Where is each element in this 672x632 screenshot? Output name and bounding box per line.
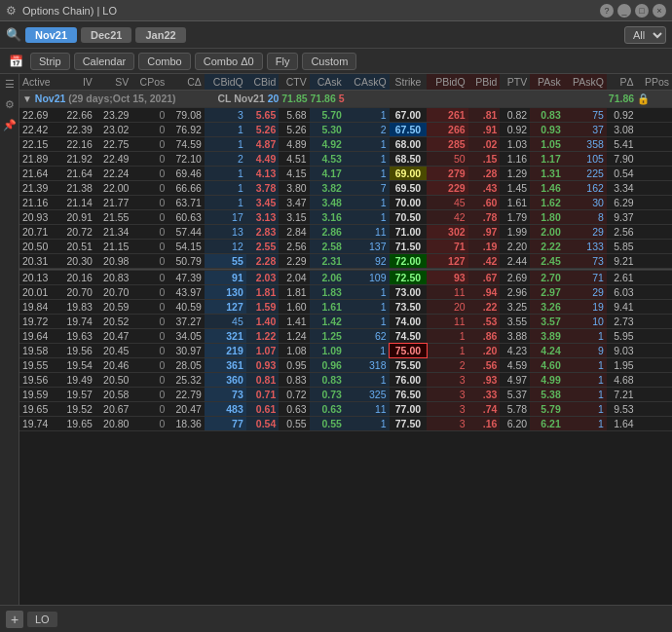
table-row[interactable]: 20.50 20.51 21.15 0 54.15 12 2.55 2.56 2… (19, 240, 672, 254)
cell-cask: 1.42 (310, 315, 345, 329)
cell-cask: 0.83 (310, 373, 345, 388)
table-row[interactable]: 22.42 22.39 23.02 0 76.92 1 5.26 5.26 5.… (19, 123, 672, 137)
cell-cbidq: 321 (205, 329, 246, 344)
col-ppos: PPos (637, 74, 672, 91)
cell-strike[interactable]: 67.50 (390, 123, 428, 137)
cell-strike[interactable]: 70.00 (390, 196, 428, 210)
tab-jan22[interactable]: Jan22 (135, 27, 185, 43)
add-tab-button[interactable]: + (6, 611, 23, 628)
table-row[interactable]: 20.01 20.70 20.70 0 43.97 130 1.81 1.81 … (19, 285, 672, 300)
table-row[interactable]: 20.31 20.30 20.98 0 50.79 55 2.28 2.29 2… (19, 254, 672, 269)
cell-iv: 21.92 (58, 152, 95, 167)
cell-strike[interactable]: 76.50 (390, 388, 428, 402)
table-row[interactable]: 21.89 21.92 22.49 0 72.10 2 4.49 4.51 4.… (19, 152, 672, 167)
cell-paskq: 358 (564, 137, 607, 152)
table-row[interactable]: 19.55 19.54 20.46 0 28.05 361 0.93 0.95 … (19, 358, 672, 373)
cell-paskq: 19 (564, 300, 607, 315)
close-button[interactable]: × (653, 4, 666, 18)
cell-sv: 22.49 (95, 152, 132, 167)
cell-strike[interactable]: 72.50 (390, 271, 428, 285)
menu-icon[interactable]: ☰ (5, 78, 15, 91)
cell-ppos (637, 271, 672, 285)
cell-active: 19.74 (19, 417, 58, 431)
table-row[interactable]: 21.16 21.14 21.77 0 63.71 1 3.45 3.47 3.… (19, 196, 672, 210)
cell-strike[interactable]: 70.50 (390, 210, 428, 225)
cell-ctv: 3.80 (279, 181, 309, 196)
cell-cbid: 0.71 (246, 388, 279, 402)
fly-button[interactable]: Fly (267, 53, 299, 70)
cell-strike[interactable]: 77.50 (390, 417, 428, 431)
cell-strike[interactable]: 68.00 (390, 137, 428, 152)
help-button[interactable]: ? (600, 4, 614, 18)
table-scroll[interactable]: Active IV SV CPos CΔ CBidQ CBid CTV CAsk… (19, 74, 672, 605)
pin-icon[interactable]: 📌 (3, 119, 17, 131)
table-row[interactable]: 19.59 19.57 20.58 0 22.79 73 0.71 0.72 0… (19, 388, 672, 402)
table-row[interactable]: 19.84 19.83 20.59 0 40.59 127 1.59 1.60 … (19, 300, 672, 315)
cell-strike[interactable]: 76.00 (390, 373, 428, 388)
cell-pbidq: 229 (427, 181, 467, 196)
cell-strike[interactable]: 69.50 (390, 181, 428, 196)
cell-pask: 4.24 (530, 344, 564, 358)
cell-caskq: 1 (345, 210, 390, 225)
cell-pask: 2.00 (530, 225, 564, 240)
combo-button[interactable]: Combo (138, 53, 190, 70)
cell-sv: 21.15 (95, 240, 132, 254)
table-row[interactable]: 19.74 19.65 20.80 0 18.36 77 0.54 0.55 0… (19, 417, 672, 431)
table-row[interactable]: 19.56 19.49 20.50 0 25.32 360 0.81 0.83 … (19, 373, 672, 388)
cell-ptv: 2.96 (500, 285, 530, 300)
table-row[interactable]: 19.72 19.74 20.52 0 37.27 45 1.40 1.41 1… (19, 315, 672, 329)
cell-strike[interactable]: 75.50 (390, 358, 428, 373)
cell-cbid: 4.87 (246, 137, 279, 152)
cell-pbidq: 3 (427, 417, 467, 431)
bottom-tab-label[interactable]: LO (27, 612, 57, 627)
cell-strike[interactable]: 72.00 (390, 254, 428, 269)
calendar-button[interactable]: Calendar (74, 53, 135, 70)
custom-button[interactable]: Custom (302, 53, 356, 70)
cell-paskq: 37 (564, 123, 607, 137)
table-row[interactable]: 20.13 20.16 20.83 0 47.39 91 2.03 2.04 2… (19, 271, 672, 285)
minimize-button[interactable]: _ (617, 4, 631, 18)
cell-strike[interactable]: 74.50 (390, 329, 428, 344)
cell-strike[interactable]: 69.00 (390, 167, 428, 181)
table-row[interactable]: 22.69 22.66 23.29 0 79.08 3 5.65 5.68 5.… (19, 108, 672, 123)
table-row[interactable]: 20.71 20.72 21.34 0 57.44 13 2.83 2.84 2… (19, 225, 672, 240)
strip-button[interactable]: Strip (30, 53, 70, 70)
cell-strike[interactable]: 71.00 (390, 225, 428, 240)
tab-dec21[interactable]: Dec21 (81, 27, 131, 43)
cell-ppos (637, 373, 672, 388)
tab-nov21[interactable]: Nov21 (25, 27, 77, 43)
table-row[interactable]: 21.64 21.64 22.24 0 69.46 1 4.13 4.15 4.… (19, 167, 672, 181)
cell-ppos (637, 108, 672, 123)
cell-ctv: 4.51 (279, 152, 309, 167)
settings-icon[interactable]: ⚙ (5, 98, 15, 111)
cell-cd: 18.36 (168, 417, 205, 431)
cell-caskq: 137 (345, 240, 390, 254)
cell-strike[interactable]: 73.00 (390, 285, 428, 300)
filter-select[interactable]: All (624, 26, 666, 44)
cell-iv: 20.70 (58, 285, 95, 300)
combo-delta-button[interactable]: Combo Δ0 (195, 53, 263, 70)
table-row[interactable]: 20.93 20.91 21.55 0 60.63 17 3.13 3.15 3… (19, 210, 672, 225)
table-row[interactable]: 19.65 19.52 20.67 0 20.47 483 0.61 0.63 … (19, 402, 672, 417)
table-row[interactable]: 19.64 19.63 20.47 0 34.05 321 1.22 1.24 … (19, 329, 672, 344)
cell-strike[interactable]: 71.50 (390, 240, 428, 254)
cell-active: 20.71 (19, 225, 58, 240)
table-row[interactable]: 22.15 22.16 22.75 0 74.59 1 4.87 4.89 4.… (19, 137, 672, 152)
cell-strike[interactable]: 77.00 (390, 402, 428, 417)
cell-ppos (637, 240, 672, 254)
cell-ptv: 3.88 (500, 329, 530, 344)
maximize-button[interactable]: □ (635, 4, 649, 18)
table-row[interactable]: 19.58 19.56 20.45 0 30.97 219 1.07 1.08 … (19, 344, 672, 358)
table-row[interactable]: 21.39 21.38 22.00 0 66.66 1 3.78 3.80 3.… (19, 181, 672, 196)
cell-strike[interactable]: 75.00 (390, 344, 428, 358)
cell-cd: 60.63 (168, 210, 205, 225)
col-cbid: CBid (246, 74, 279, 91)
cell-strike[interactable]: 68.50 (390, 152, 428, 167)
calendar-icon-btn[interactable]: 📅 (6, 54, 26, 69)
title-bar-buttons: ? _ □ × (600, 4, 666, 18)
cell-strike[interactable]: 73.50 (390, 300, 428, 315)
cell-strike[interactable]: 74.00 (390, 315, 428, 329)
cell-strike[interactable]: 67.00 (390, 108, 428, 123)
search-icon[interactable]: 🔍 (6, 27, 21, 42)
cell-pd: 5.95 (607, 329, 637, 344)
